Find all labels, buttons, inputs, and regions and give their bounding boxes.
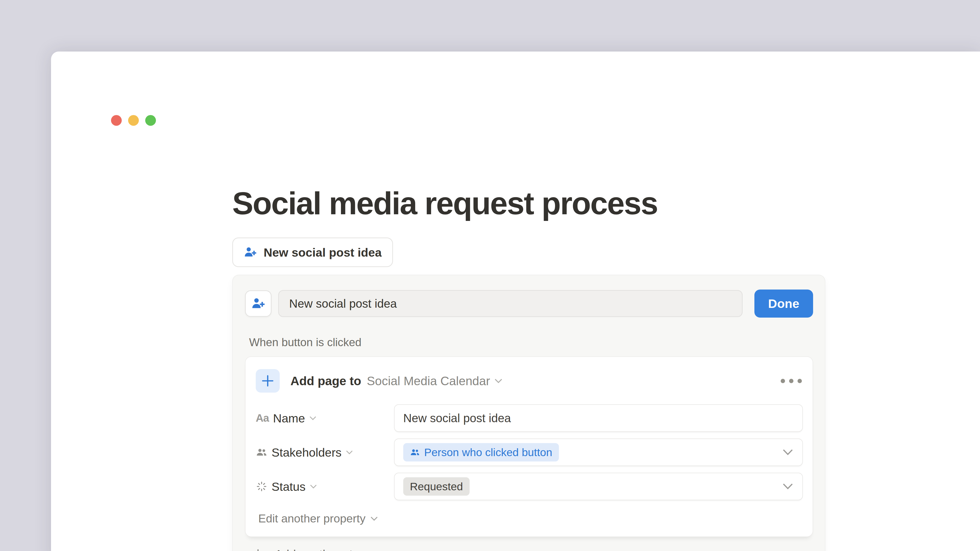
plus-icon: [251, 548, 264, 551]
person-chip: Person who clicked button: [403, 443, 559, 462]
property-row-name: Aa Name: [256, 404, 803, 432]
add-page-icon: [256, 369, 280, 392]
property-label: Name: [273, 411, 305, 425]
chevron-down-icon: [782, 448, 794, 456]
edit-another-property-button[interactable]: Edit another property: [258, 512, 378, 525]
button-editor-panel: Done When button is clicked Add page to …: [232, 275, 825, 551]
property-selector-stakeholders[interactable]: Stakeholders: [256, 445, 394, 459]
property-label: Status: [272, 480, 305, 494]
property-selector-name[interactable]: Aa Name: [256, 411, 394, 425]
property-row-status: Status Requested: [256, 473, 803, 500]
status-property-icon: [256, 481, 267, 492]
target-database-select[interactable]: Social Media Calendar: [367, 374, 503, 388]
add-another-step-button[interactable]: Add another step: [251, 547, 366, 551]
new-social-post-idea-button[interactable]: New social post idea: [232, 238, 393, 267]
status-chip: Requested: [403, 477, 469, 495]
zoom-button[interactable]: [145, 115, 156, 126]
add-page-step-card: Add page to Social Media Calendar Aa Nam…: [245, 356, 813, 537]
edit-another-property-label: Edit another property: [258, 512, 366, 525]
page-title: Social media request process: [232, 184, 824, 223]
person-chip-label: Person who clicked button: [424, 446, 552, 459]
done-button[interactable]: Done: [754, 289, 813, 318]
chevron-down-icon: [310, 484, 317, 489]
property-row-stakeholders: Stakeholders: [256, 438, 803, 466]
text-property-icon: Aa: [256, 412, 269, 424]
window-controls: [111, 115, 156, 126]
status-chip-label: Requested: [410, 480, 463, 493]
step-menu-button[interactable]: [780, 376, 803, 386]
name-value-input[interactable]: [403, 411, 794, 425]
minimize-button[interactable]: [128, 115, 139, 126]
name-value-field: [394, 404, 803, 432]
person-add-icon: [244, 246, 257, 259]
app-window: Social media request process New social …: [51, 52, 980, 551]
chevron-down-icon: [345, 449, 353, 455]
chevron-down-icon: [782, 483, 794, 490]
property-selector-status[interactable]: Status: [256, 480, 394, 494]
property-label: Stakeholders: [272, 445, 342, 459]
button-name-input[interactable]: [278, 290, 743, 317]
add-another-step-label: Add another step: [275, 547, 366, 551]
step-action-label: Add page to: [290, 374, 361, 388]
page-content: Social media request process New social …: [232, 184, 824, 551]
trigger-button-label: New social post idea: [264, 245, 382, 259]
button-icon-picker[interactable]: [245, 290, 272, 317]
target-database-name: Social Media Calendar: [367, 374, 490, 388]
people-icon: [410, 447, 420, 457]
person-add-icon: [251, 297, 266, 311]
trigger-caption: When button is clicked: [249, 336, 813, 349]
close-button[interactable]: [111, 115, 122, 126]
step-action-row: Add page to Social Media Calendar: [256, 369, 803, 392]
chevron-down-icon: [370, 516, 378, 521]
button-editor-header: Done: [245, 289, 813, 318]
stakeholders-value-field[interactable]: Person who clicked button: [394, 438, 803, 466]
people-property-icon: [256, 446, 267, 458]
chevron-down-icon: [309, 415, 317, 421]
chevron-down-icon: [494, 378, 503, 384]
status-value-field[interactable]: Requested: [394, 473, 803, 500]
